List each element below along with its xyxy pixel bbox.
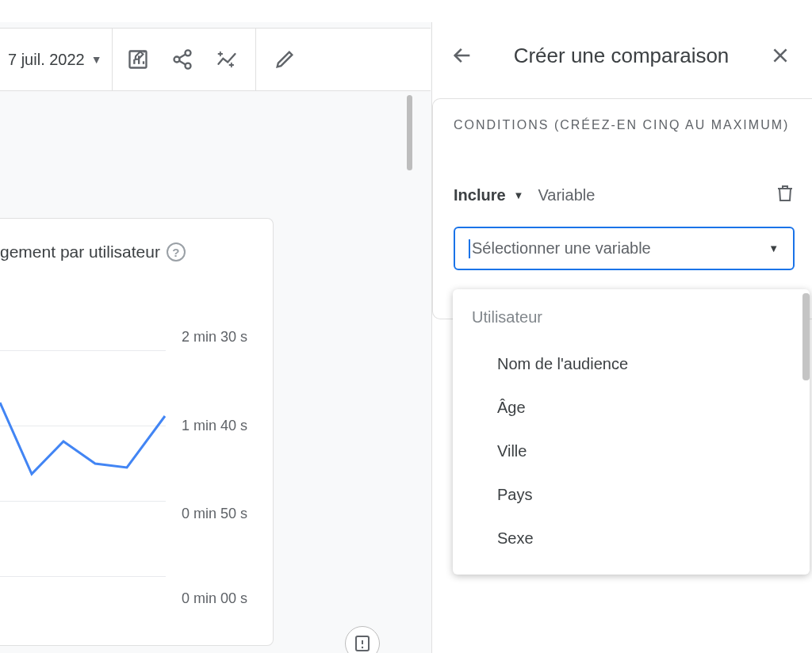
close-icon[interactable] bbox=[763, 38, 798, 73]
svg-line-8 bbox=[179, 61, 186, 65]
svg-point-11 bbox=[362, 647, 363, 648]
svg-point-5 bbox=[174, 57, 179, 63]
comparison-panel: Créer une comparaison Conditions (créez-… bbox=[431, 22, 812, 653]
variable-dropdown-menu: Utilisateur Nom de l'audience Âge Ville … bbox=[453, 289, 810, 575]
date-range-label: 7 juil. 2022 bbox=[8, 51, 85, 69]
variable-select[interactable]: Sélectionner une variable ▼ bbox=[454, 227, 795, 270]
variable-label: Variable bbox=[538, 186, 595, 204]
dropdown-item-city[interactable]: Ville bbox=[453, 430, 810, 473]
dropdown-item-country[interactable]: Pays bbox=[453, 473, 810, 517]
dropdown-scrollbar[interactable] bbox=[802, 293, 810, 380]
chevron-down-icon: ▼ bbox=[91, 53, 102, 66]
chart-line bbox=[0, 325, 167, 610]
top-toolbar: 7 juil. 2022 ▼ bbox=[0, 28, 431, 91]
select-placeholder: Sélectionner une variable bbox=[472, 239, 651, 258]
customize-report-icon[interactable] bbox=[119, 40, 157, 78]
back-arrow-icon[interactable] bbox=[445, 38, 480, 73]
conditions-heading: Conditions (créez-en cinq au maximum) bbox=[454, 118, 795, 152]
y-tick-label: 0 min 00 s bbox=[182, 590, 247, 607]
svg-line-7 bbox=[179, 55, 186, 59]
toolbar-divider bbox=[255, 29, 256, 90]
dropdown-item-gender[interactable]: Sexe bbox=[453, 517, 810, 560]
y-tick-label: 0 min 50 s bbox=[182, 506, 247, 522]
share-icon[interactable] bbox=[163, 40, 201, 78]
svg-point-6 bbox=[185, 63, 190, 69]
date-range-picker[interactable]: 7 juil. 2022 ▼ bbox=[8, 29, 113, 90]
text-cursor bbox=[469, 239, 470, 258]
dropdown-item-age[interactable]: Âge bbox=[453, 386, 810, 430]
insights-sparkle-icon[interactable] bbox=[208, 40, 246, 78]
card-title: gement par utilisateur bbox=[0, 242, 160, 262]
svg-point-4 bbox=[185, 50, 190, 55]
help-icon[interactable]: ? bbox=[167, 242, 186, 262]
line-chart: 2 min 30 s 1 min 40 s 0 min 50 s 0 min 0… bbox=[0, 325, 257, 610]
y-tick-label: 2 min 30 s bbox=[182, 329, 247, 346]
include-exclude-dropdown[interactable]: Inclure ▼ bbox=[454, 186, 523, 204]
panel-title: Créer une comparaison bbox=[489, 44, 753, 68]
content-scrollbar[interactable] bbox=[407, 95, 412, 170]
engagement-chart-card: gement par utilisateur ? 2 min 30 s 1 mi… bbox=[0, 218, 274, 646]
chevron-down-icon: ▼ bbox=[514, 189, 524, 201]
feedback-icon[interactable] bbox=[345, 626, 380, 653]
y-tick-label: 1 min 40 s bbox=[182, 418, 247, 434]
edit-pencil-icon[interactable] bbox=[266, 40, 304, 78]
chevron-down-icon: ▼ bbox=[768, 242, 779, 254]
conditions-card: Conditions (créez-en cinq au maximum) In… bbox=[432, 98, 812, 319]
include-label: Inclure bbox=[454, 186, 506, 204]
trash-icon[interactable] bbox=[776, 184, 795, 206]
dropdown-group-label: Utilisateur bbox=[453, 308, 810, 342]
dropdown-item-audience[interactable]: Nom de l'audience bbox=[453, 342, 810, 386]
